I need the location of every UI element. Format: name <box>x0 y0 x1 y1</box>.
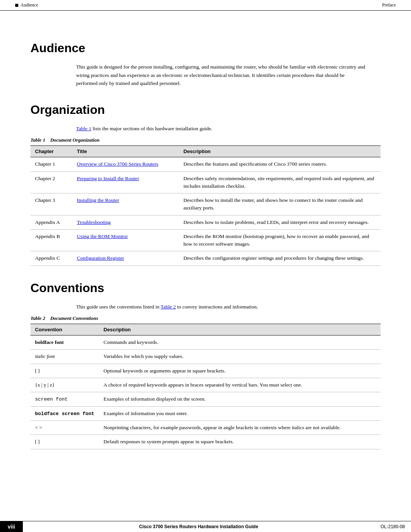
org-title-link[interactable]: Using the ROM Monitor <box>77 233 128 239</box>
org-table-row: Chapter 1Overview of Cisco 3700 Series R… <box>30 157 381 171</box>
org-col-description: Description <box>179 146 381 157</box>
main-content: Audience This guide is designed for the … <box>0 11 411 491</box>
org-cell-chapter: Chapter 3 <box>30 193 72 216</box>
organization-section: Organization Table 1 lists the major sec… <box>30 103 381 266</box>
conv-cell-convention: {x | y | z} <box>30 378 99 392</box>
conv-col-description: Description <box>99 324 381 335</box>
conv-cell-convention: italic font <box>30 350 99 364</box>
conv-table-row: [ ]Default responses to system prompts a… <box>30 435 381 449</box>
conv-cell-description: Default responses to system prompts appe… <box>99 435 381 449</box>
conventions-section: Conventions This guide uses the conventi… <box>30 281 381 449</box>
org-table-row: Appendix BUsing the ROM MonitorDescribes… <box>30 229 381 251</box>
org-cell-description: Describes safety recommendations, site r… <box>179 171 381 193</box>
org-cell-description: Describes the ROM monitor (bootstrap pro… <box>179 229 381 251</box>
header-section-label: Audience <box>21 2 38 8</box>
header-square-icon <box>15 4 18 7</box>
org-cell-title: Overview of Cisco 3700 Series Routers <box>72 157 179 171</box>
conv-intro-before: This guide uses the conventions listed i… <box>76 304 161 310</box>
org-title-link[interactable]: Overview of Cisco 3700 Series Routers <box>77 161 158 167</box>
audience-body: This guide is designed for the person in… <box>76 63 365 88</box>
org-cell-description: Describes how to isolate problems, read … <box>179 215 381 229</box>
org-title-link[interactable]: Preparing to Install the Router <box>77 176 139 181</box>
conv-cell-description: A choice of required keywords appears in… <box>99 378 381 392</box>
conv-table-row: italic fontVariables for which you suppl… <box>30 350 381 364</box>
audience-title: Audience <box>30 41 381 55</box>
footer-center-text: Cisco 3700 Series Routers Hardware Insta… <box>23 524 374 529</box>
conv-table-row: [ ]Optional keywords or arguments appear… <box>30 364 381 378</box>
org-cell-title: Configuration Register <box>72 251 179 265</box>
org-col-chapter: Chapter <box>30 146 72 157</box>
conv-cell-convention: [ ] <box>30 435 99 449</box>
conventions-intro: This guide uses the conventions listed i… <box>76 303 365 311</box>
org-title-link[interactable]: Troubleshooting <box>77 219 111 225</box>
organization-intro: Table 1 lists the major sections of this… <box>76 125 365 133</box>
header-left: Audience <box>15 2 38 8</box>
org-cell-description: Describes how to install the router, and… <box>179 193 381 216</box>
conv-table-header-row: Convention Description <box>30 324 381 335</box>
conv-table-caption: Table 2 Document Conventions <box>30 315 98 321</box>
org-table-caption: Table 1 Document Organization <box>30 137 100 143</box>
conv-cell-convention: boldface font <box>30 335 99 350</box>
org-title-link[interactable]: Configuration Register <box>77 255 124 261</box>
conv-intro-link[interactable]: Table 2 <box>161 304 176 310</box>
org-table-label: Table 1 Document Organization <box>30 137 381 143</box>
org-table-row: Chapter 3Installing the RouterDescribes … <box>30 193 381 216</box>
org-cell-title: Installing the Router <box>72 193 179 216</box>
org-table-row: Appendix CConfiguration RegisterDescribe… <box>30 251 381 265</box>
conv-cell-convention: [ ] <box>30 364 99 378</box>
org-cell-chapter: Appendix B <box>30 229 72 251</box>
conv-intro-after: to convey instructions and information. <box>176 304 258 310</box>
page-footer: viii Cisco 3700 Series Routers Hardware … <box>0 521 411 532</box>
org-title-link[interactable]: Installing the Router <box>77 197 119 203</box>
conv-col-convention: Convention <box>30 324 99 335</box>
conventions-title: Conventions <box>30 281 381 295</box>
org-intro-link[interactable]: Table 1 <box>76 126 91 131</box>
conv-cell-convention: boldface screen font <box>30 406 99 421</box>
conv-cell-description: Nonprinting characters, for example pass… <box>99 421 381 435</box>
org-table-header-row: Chapter Title Description <box>30 146 381 157</box>
org-cell-chapter: Chapter 1 <box>30 157 72 171</box>
conv-cell-description: Variables for which you supply values. <box>99 350 381 364</box>
conv-table-row: boldface fontCommands and keywords. <box>30 335 381 350</box>
header-right-label: Preface <box>382 2 396 8</box>
org-col-title: Title <box>72 146 179 157</box>
conv-table-row: boldface screen fontExamples of informat… <box>30 406 381 421</box>
page-header: Audience Preface <box>0 0 411 11</box>
footer-right-text: OL-2180-08 <box>374 522 411 532</box>
conv-cell-convention: screen font <box>30 392 99 407</box>
org-table-row: Chapter 2Preparing to Install the Router… <box>30 171 381 193</box>
conv-table-row: screen fontExamples of information displ… <box>30 392 381 407</box>
organization-title: Organization <box>30 103 381 117</box>
org-cell-chapter: Chapter 2 <box>30 171 72 193</box>
conv-table-row: {x | y | z}A choice of required keywords… <box>30 378 381 392</box>
footer-page-number: viii <box>0 521 23 532</box>
conv-table-row: < >Nonprinting characters, for example p… <box>30 421 381 435</box>
conventions-table: Convention Description boldface fontComm… <box>30 324 381 449</box>
org-intro-after: lists the major sections of this hardwar… <box>91 126 212 131</box>
conv-cell-description: Examples of information you must enter. <box>99 406 381 421</box>
conv-cell-description: Commands and keywords. <box>99 335 381 350</box>
audience-section: Audience This guide is designed for the … <box>30 41 381 88</box>
conv-cell-description: Optional keywords or arguments appear in… <box>99 364 381 378</box>
org-cell-title: Preparing to Install the Router <box>72 171 179 193</box>
org-cell-description: Describes the configuration register set… <box>179 251 381 265</box>
org-cell-description: Describes the features and specification… <box>179 157 381 171</box>
org-cell-chapter: Appendix C <box>30 251 72 265</box>
conv-cell-description: Examples of information displayed on the… <box>99 392 381 407</box>
conv-table-label: Table 2 Document Conventions <box>30 315 381 321</box>
page-container: Audience Preface Audience This guide is … <box>0 0 411 532</box>
org-cell-title: Using the ROM Monitor <box>72 229 179 251</box>
conv-cell-convention: < > <box>30 421 99 435</box>
organization-table: Chapter Title Description Chapter 1Overv… <box>30 145 381 265</box>
org-table-row: Appendix ATroubleshootingDescribes how t… <box>30 215 381 229</box>
org-cell-title: Troubleshooting <box>72 215 179 229</box>
org-cell-chapter: Appendix A <box>30 215 72 229</box>
